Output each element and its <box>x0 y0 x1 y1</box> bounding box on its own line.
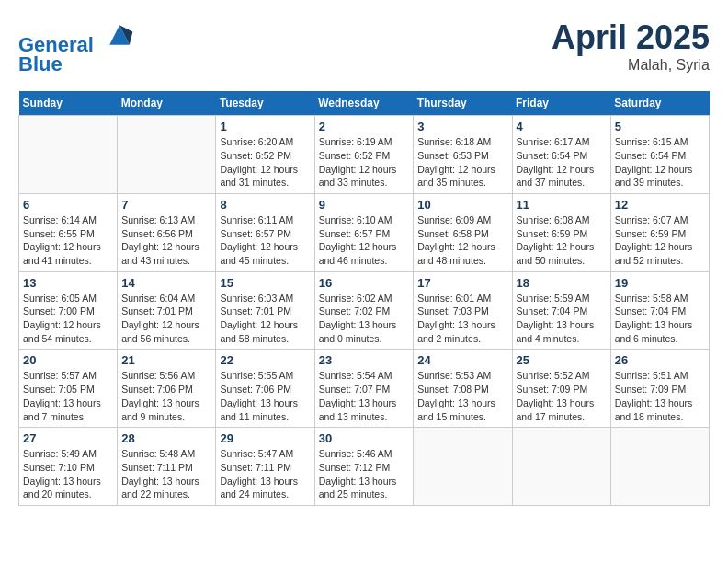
calendar-cell: 23Sunrise: 5:54 AMSunset: 7:07 PMDayligh… <box>314 350 414 428</box>
day-number: 18 <box>517 276 607 290</box>
day-header-sunday: Sunday <box>19 91 118 116</box>
day-header-tuesday: Tuesday <box>216 91 314 116</box>
calendar-cell: 27Sunrise: 5:49 AMSunset: 7:10 PMDayligh… <box>19 428 118 506</box>
calendar-cell: 20Sunrise: 5:57 AMSunset: 7:05 PMDayligh… <box>19 350 118 428</box>
day-number: 19 <box>615 276 705 290</box>
day-number: 3 <box>417 120 507 133</box>
day-number: 4 <box>517 120 607 133</box>
calendar-cell: 9Sunrise: 6:10 AMSunset: 6:57 PMDaylight… <box>314 193 414 271</box>
calendar-cell: 7Sunrise: 6:13 AMSunset: 6:56 PMDaylight… <box>118 193 216 271</box>
day-info: Sunrise: 6:10 AMSunset: 6:57 PMDaylight:… <box>319 213 410 268</box>
day-number: 9 <box>319 198 410 212</box>
calendar-cell: 30Sunrise: 5:46 AMSunset: 7:12 PMDayligh… <box>314 428 414 506</box>
calendar-cell: 8Sunrise: 6:11 AMSunset: 6:57 PMDaylight… <box>216 193 314 271</box>
calendar-cell: 24Sunrise: 5:53 AMSunset: 7:08 PMDayligh… <box>414 350 512 428</box>
calendar-cell: 22Sunrise: 5:55 AMSunset: 7:06 PMDayligh… <box>216 350 314 428</box>
day-info: Sunrise: 6:01 AMSunset: 7:03 PMDaylight:… <box>417 292 507 346</box>
calendar-cell: 1Sunrise: 6:20 AMSunset: 6:52 PMDaylight… <box>216 116 314 194</box>
day-info: Sunrise: 6:02 AMSunset: 7:02 PMDaylight:… <box>319 292 410 346</box>
day-info: Sunrise: 5:52 AMSunset: 7:09 PMDaylight:… <box>517 369 607 423</box>
calendar-cell: 25Sunrise: 5:52 AMSunset: 7:09 PMDayligh… <box>512 350 610 428</box>
calendar-table: SundayMondayTuesdayWednesdayThursdayFrid… <box>18 91 710 506</box>
day-number: 16 <box>319 276 410 290</box>
day-info: Sunrise: 6:20 AMSunset: 6:52 PMDaylight:… <box>220 135 310 190</box>
calendar-week-2: 6Sunrise: 6:14 AMSunset: 6:55 PMDaylight… <box>19 193 710 271</box>
calendar-cell: 6Sunrise: 6:14 AMSunset: 6:55 PMDaylight… <box>19 193 118 271</box>
day-header-wednesday: Wednesday <box>314 91 414 116</box>
day-info: Sunrise: 5:59 AMSunset: 7:04 PMDaylight:… <box>517 292 607 346</box>
logo: General Blue <box>18 18 136 76</box>
day-info: Sunrise: 6:07 AMSunset: 6:59 PMDaylight:… <box>615 213 705 268</box>
day-number: 15 <box>220 276 310 290</box>
day-info: Sunrise: 5:53 AMSunset: 7:08 PMDaylight:… <box>417 369 507 423</box>
day-info: Sunrise: 6:11 AMSunset: 6:57 PMDaylight:… <box>220 213 310 268</box>
calendar-cell: 13Sunrise: 6:05 AMSunset: 7:00 PMDayligh… <box>19 271 118 350</box>
calendar-cell: 3Sunrise: 6:18 AMSunset: 6:53 PMDaylight… <box>414 116 512 194</box>
day-number: 10 <box>417 198 507 212</box>
day-number: 27 <box>23 431 113 445</box>
calendar-cell <box>19 116 118 194</box>
calendar-cell: 28Sunrise: 5:48 AMSunset: 7:11 PMDayligh… <box>118 428 216 506</box>
logo-icon <box>103 18 136 52</box>
calendar-cell: 18Sunrise: 5:59 AMSunset: 7:04 PMDayligh… <box>512 271 610 350</box>
day-number: 12 <box>615 198 705 212</box>
calendar-header-row: SundayMondayTuesdayWednesdayThursdayFrid… <box>19 91 710 116</box>
day-number: 29 <box>220 431 310 445</box>
day-info: Sunrise: 5:51 AMSunset: 7:09 PMDaylight:… <box>615 369 705 423</box>
day-info: Sunrise: 5:58 AMSunset: 7:04 PMDaylight:… <box>615 292 705 346</box>
calendar-cell: 14Sunrise: 6:04 AMSunset: 7:01 PMDayligh… <box>118 271 216 350</box>
day-info: Sunrise: 5:49 AMSunset: 7:10 PMDaylight:… <box>23 447 113 501</box>
day-info: Sunrise: 6:19 AMSunset: 6:52 PMDaylight:… <box>319 135 410 190</box>
day-header-friday: Friday <box>512 91 610 116</box>
calendar-cell: 26Sunrise: 5:51 AMSunset: 7:09 PMDayligh… <box>610 350 709 428</box>
day-info: Sunrise: 5:48 AMSunset: 7:11 PMDaylight:… <box>121 447 211 501</box>
calendar-cell: 19Sunrise: 5:58 AMSunset: 7:04 PMDayligh… <box>610 271 709 350</box>
day-number: 13 <box>23 276 113 290</box>
day-info: Sunrise: 5:46 AMSunset: 7:12 PMDaylight:… <box>319 447 410 501</box>
day-number: 22 <box>220 353 310 367</box>
calendar-cell: 29Sunrise: 5:47 AMSunset: 7:11 PMDayligh… <box>216 428 314 506</box>
day-header-monday: Monday <box>118 91 216 116</box>
page-header: General Blue April 2025 Malah, Syria <box>18 18 710 76</box>
month-year: April 2025 <box>552 18 710 57</box>
day-info: Sunrise: 6:05 AMSunset: 7:00 PMDaylight:… <box>23 292 113 346</box>
day-number: 8 <box>220 198 310 212</box>
day-info: Sunrise: 6:15 AMSunset: 6:54 PMDaylight:… <box>615 135 705 190</box>
day-info: Sunrise: 6:17 AMSunset: 6:54 PMDaylight:… <box>517 135 607 190</box>
day-info: Sunrise: 6:18 AMSunset: 6:53 PMDaylight:… <box>417 135 507 190</box>
day-info: Sunrise: 6:14 AMSunset: 6:55 PMDaylight:… <box>23 213 113 268</box>
calendar-cell <box>118 116 216 194</box>
day-number: 11 <box>517 198 607 212</box>
calendar-cell: 21Sunrise: 5:56 AMSunset: 7:06 PMDayligh… <box>118 350 216 428</box>
day-number: 1 <box>220 120 310 133</box>
day-number: 17 <box>417 276 507 290</box>
day-number: 7 <box>121 198 211 212</box>
calendar-cell: 12Sunrise: 6:07 AMSunset: 6:59 PMDayligh… <box>610 193 709 271</box>
calendar-cell: 4Sunrise: 6:17 AMSunset: 6:54 PMDaylight… <box>512 116 610 194</box>
day-number: 24 <box>417 353 507 367</box>
calendar-cell: 15Sunrise: 6:03 AMSunset: 7:01 PMDayligh… <box>216 271 314 350</box>
day-header-thursday: Thursday <box>414 91 512 116</box>
day-number: 2 <box>319 120 410 133</box>
calendar-cell: 17Sunrise: 6:01 AMSunset: 7:03 PMDayligh… <box>414 271 512 350</box>
day-header-saturday: Saturday <box>610 91 709 116</box>
calendar-cell: 5Sunrise: 6:15 AMSunset: 6:54 PMDaylight… <box>610 116 709 194</box>
calendar-cell: 16Sunrise: 6:02 AMSunset: 7:02 PMDayligh… <box>314 271 414 350</box>
calendar-cell: 10Sunrise: 6:09 AMSunset: 6:58 PMDayligh… <box>414 193 512 271</box>
calendar-cell <box>512 428 610 506</box>
day-number: 26 <box>615 353 705 367</box>
day-number: 21 <box>121 353 211 367</box>
day-number: 30 <box>319 431 410 445</box>
day-info: Sunrise: 6:13 AMSunset: 6:56 PMDaylight:… <box>121 213 211 268</box>
calendar-cell: 11Sunrise: 6:08 AMSunset: 6:59 PMDayligh… <box>512 193 610 271</box>
calendar-week-3: 13Sunrise: 6:05 AMSunset: 7:00 PMDayligh… <box>19 271 710 350</box>
day-number: 23 <box>319 353 410 367</box>
day-info: Sunrise: 5:56 AMSunset: 7:06 PMDaylight:… <box>121 369 211 423</box>
calendar-cell <box>610 428 709 506</box>
day-number: 28 <box>121 431 211 445</box>
day-info: Sunrise: 5:57 AMSunset: 7:05 PMDaylight:… <box>23 369 113 423</box>
day-number: 6 <box>23 198 113 212</box>
calendar-week-5: 27Sunrise: 5:49 AMSunset: 7:10 PMDayligh… <box>19 428 710 506</box>
day-info: Sunrise: 5:55 AMSunset: 7:06 PMDaylight:… <box>220 369 310 423</box>
day-info: Sunrise: 6:03 AMSunset: 7:01 PMDaylight:… <box>220 292 310 346</box>
